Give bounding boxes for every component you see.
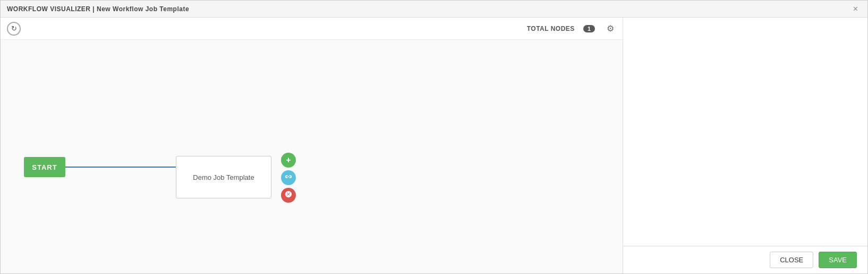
- connector-line: [65, 167, 176, 168]
- visualizer-toolbar: ↻ TOTAL NODES 1 ⚙: [1, 18, 623, 40]
- toolbar-left: ↻: [7, 22, 21, 36]
- total-nodes-label: TOTAL NODES: [527, 25, 575, 32]
- save-button[interactable]: SAVE: [819, 252, 857, 268]
- visualizer-panel: ↻ TOTAL NODES 1 ⚙ START: [1, 18, 623, 273]
- nodes-count-badge: 1: [583, 25, 595, 32]
- modal-close-x-button[interactable]: ×: [850, 4, 861, 14]
- remove-node-button[interactable]: [281, 188, 296, 203]
- refresh-icon: ↻: [11, 24, 17, 32]
- settings-button[interactable]: ⚙: [605, 22, 616, 35]
- remove-icon: [285, 190, 292, 200]
- start-node-label: START: [32, 163, 57, 171]
- workflow-visualizer-modal: WORKFLOW VISUALIZER | New Workflow Job T…: [0, 0, 868, 274]
- modal-header: WORKFLOW VISUALIZER | New Workflow Job T…: [1, 1, 867, 18]
- refresh-button[interactable]: ↻: [7, 22, 21, 36]
- modal-footer: CLOSE SAVE: [623, 246, 867, 273]
- link-node-button[interactable]: [281, 170, 296, 185]
- modal-title: WORKFLOW VISUALIZER | New Workflow Job T…: [7, 5, 189, 13]
- job-template-node[interactable]: Demo Job Template: [176, 156, 271, 198]
- visualizer-canvas: START Demo Job Template +: [1, 40, 623, 273]
- add-node-button[interactable]: +: [281, 153, 296, 168]
- start-node[interactable]: START: [24, 157, 65, 177]
- job-node-label: Demo Job Template: [193, 173, 254, 181]
- close-button[interactable]: CLOSE: [770, 252, 813, 268]
- link-icon: [285, 173, 292, 182]
- add-icon: +: [286, 155, 291, 165]
- modal-body: ↻ TOTAL NODES 1 ⚙ START: [1, 18, 867, 273]
- right-panel: [623, 18, 867, 273]
- node-actions: +: [281, 153, 296, 203]
- toolbar-right: TOTAL NODES 1 ⚙: [527, 22, 616, 35]
